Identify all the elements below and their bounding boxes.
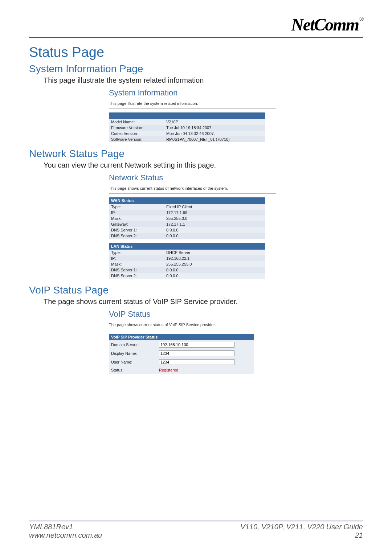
table-label: Codec Version:: [109, 131, 164, 136]
table-label: Mask:: [109, 261, 164, 267]
lan-status-table: LAN Status Type:DHCP Server IP:192.168.2…: [109, 243, 265, 279]
system-info-embed-desc: This page illustrate the system related …: [109, 101, 276, 109]
network-status-desc: You can view the current Network setting…: [44, 161, 363, 169]
voip-status-embed-desc: The page shows current status of VoIP SI…: [109, 323, 276, 330]
table-value: 172.17.1.69: [164, 210, 265, 216]
voip-status-panel: VoIP Status The page shows current statu…: [109, 309, 276, 374]
voip-status-subtitle: VoIP Status Page: [29, 284, 363, 296]
table-label: DNS Server 1:: [109, 267, 164, 273]
domain-label: Domain Server:: [109, 340, 157, 349]
status-label: Status:: [109, 366, 157, 374]
table-label: Software Version:: [109, 136, 164, 142]
voip-header: VoIP SIP Provider Status: [109, 334, 254, 340]
table-label: DNS Server 1:: [109, 227, 164, 233]
page-footer: YML881Rev1 www.netcomm.com.au V110, V210…: [29, 521, 363, 539]
table-value: 192.168.22.1: [164, 255, 265, 261]
wan-status-table: WAN Status Type:Fixed IP Client IP:172.1…: [109, 197, 265, 239]
user-label: User Name:: [109, 358, 157, 366]
table-label: Type:: [109, 204, 164, 210]
system-info-subtitle: System Information Page: [29, 63, 363, 75]
table-label: Type:: [109, 250, 164, 255]
registered-icon: ®: [359, 16, 363, 22]
table-label: DNS Server 2:: [109, 233, 164, 239]
table-value: 0.0.0.0: [164, 273, 265, 279]
table-value: 0.0.0.0: [164, 227, 265, 233]
table-value: RM0S1PA_70607_NET_01 (70710): [164, 136, 265, 142]
network-status-embed-desc: This page shows current status of networ…: [109, 186, 276, 194]
voip-provider-table: VoIP SIP Provider Status Domain Server: …: [109, 334, 254, 374]
table-value: 0.0.0.0: [164, 267, 265, 273]
system-info-table: Model Name:V210P Firmware Version:Tue Ju…: [109, 112, 265, 142]
page-title: Status Page: [29, 45, 363, 60]
table-value: DHCP Server: [164, 250, 265, 255]
footer-url: www.netcomm.com.au: [29, 531, 102, 539]
brand-logo: NetComm ®: [291, 15, 363, 34]
network-status-embed-title: Network Status: [109, 173, 276, 182]
display-label: Display Name:: [109, 349, 157, 358]
status-value: Registered: [159, 368, 178, 372]
footer-page-number: 21: [240, 531, 363, 539]
table-label: Gateway:: [109, 221, 164, 227]
system-info-embed-title: System Information: [109, 88, 276, 98]
table-label: DNS Server 2:: [109, 273, 164, 279]
network-status-subtitle: Network Status Page: [29, 148, 363, 160]
brand-name: NetComm: [291, 15, 359, 34]
footer-guide-name: V110, V210P, V211, V220 User Guide: [240, 523, 363, 531]
table-value: Mon Jun 04 13:32:46 2007.: [164, 131, 265, 136]
table-label: IP:: [109, 210, 164, 216]
wan-header: WAN Status: [109, 197, 265, 204]
system-info-panel: System Information This page illustrate …: [109, 88, 276, 142]
table-label: Mask:: [109, 216, 164, 221]
table-value: 172.17.1.1: [164, 221, 265, 227]
table-value: 255.255.255.0: [164, 261, 265, 267]
table-label: Model Name:: [109, 119, 164, 125]
footer-doc-id: YML881Rev1: [29, 523, 102, 531]
table-value: Fixed IP Client: [164, 204, 265, 210]
network-status-panel: Network Status This page shows current s…: [109, 173, 276, 279]
table-value: 255.255.0.0: [164, 216, 265, 221]
user-name-input[interactable]: [159, 359, 234, 365]
table-value: 0.0.0.0: [164, 233, 265, 239]
page-header: NetComm ®: [29, 15, 363, 38]
table-value: Tue Jul 10 19:18:34 2007: [164, 125, 265, 131]
voip-status-embed-title: VoIP Status: [109, 309, 276, 319]
display-name-input[interactable]: [159, 350, 234, 356]
table-label: IP:: [109, 255, 164, 261]
voip-status-desc: The page shows current status of VoIP SI…: [44, 297, 363, 306]
domain-server-input[interactable]: [159, 342, 234, 348]
table-label: Firmware Version:: [109, 125, 164, 131]
lan-header: LAN Status: [109, 243, 265, 250]
system-info-desc: This page illustrate the system related …: [44, 76, 363, 85]
table-value: V210P: [164, 119, 265, 125]
